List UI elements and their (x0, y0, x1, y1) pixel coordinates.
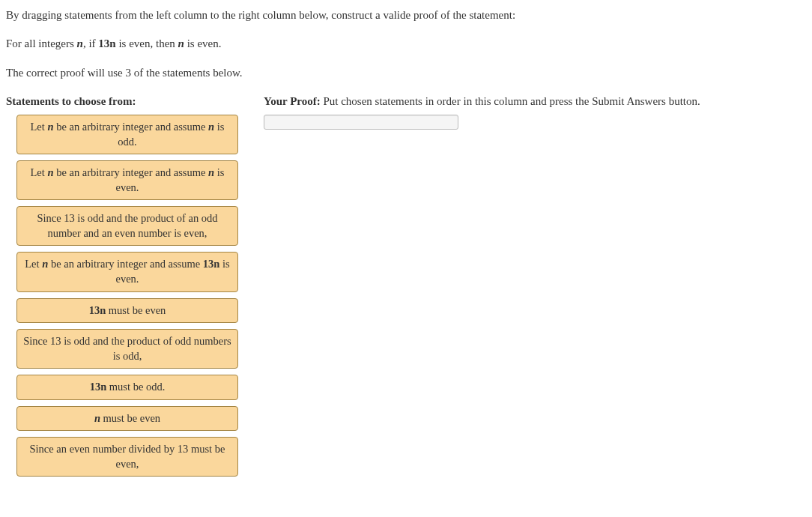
proof-header-rest: Put chosen statements in order in this c… (321, 95, 700, 107)
text: is even. (184, 37, 222, 49)
text: Since 13 is odd and the product of an od… (37, 212, 217, 239)
var: n (47, 121, 53, 133)
text: , if (83, 37, 98, 49)
var-n: n (77, 37, 83, 49)
statement-item[interactable]: n must be even (16, 406, 238, 432)
var-13n: 13n (98, 37, 115, 49)
text: must be odd. (106, 381, 165, 393)
statement-item[interactable]: Since 13 is odd and the product of odd n… (16, 329, 238, 369)
text: Since an even number divided by 13 must … (30, 443, 225, 470)
text: Let (25, 258, 42, 270)
proof-header-bold: Your Proof: (264, 95, 321, 107)
var: n (47, 166, 53, 178)
proof-column-header: Your Proof: Put chosen statements in ord… (264, 94, 806, 109)
statement-item[interactable]: Since an even number divided by 13 must … (16, 437, 238, 477)
proof-dropzone[interactable] (264, 115, 458, 130)
instructions-line-1: By dragging statements from the left col… (6, 7, 806, 22)
var: n (208, 121, 214, 133)
statement-item[interactable]: Let n be an arbitrary integer and assume… (16, 160, 238, 200)
text: must be even (106, 304, 166, 316)
text: is even, then (116, 37, 178, 49)
instructions-line-3: The correct proof will use 3 of the stat… (6, 65, 806, 80)
statement-item[interactable]: Let n be an arbitrary integer and assume… (16, 115, 238, 154)
var: 13n (89, 304, 106, 316)
text: Since 13 is odd and the product of odd n… (23, 335, 231, 362)
text: be an arbitrary integer and assume (54, 166, 209, 178)
source-column-header: Statements to choose from: (6, 94, 246, 109)
statement-item[interactable]: Let n be an arbitrary integer and assume… (16, 252, 238, 291)
instructions-line-2: For all integers n, if 13n is even, then… (6, 36, 806, 51)
text: Let (31, 166, 48, 178)
var: 13n (203, 258, 220, 270)
proof-column: Your Proof: Put chosen statements in ord… (264, 94, 806, 130)
var-n: n (178, 37, 184, 49)
text: be an arbitrary integer and assume (54, 121, 209, 133)
statement-item[interactable]: 13n must be odd. (16, 375, 238, 400)
source-column: Statements to choose from: Let n be an a… (6, 94, 246, 483)
var: n (208, 166, 214, 178)
text: be an arbitrary integer and assume (48, 258, 203, 270)
var: 13n (90, 381, 107, 393)
var: n (94, 412, 100, 424)
statement-item[interactable]: Since 13 is odd and the product of an od… (16, 206, 238, 246)
statements-list: Let n be an arbitrary integer and assume… (6, 115, 246, 477)
columns: Statements to choose from: Let n be an a… (6, 94, 806, 483)
text: For all integers (6, 37, 77, 49)
text: Let (31, 121, 48, 133)
statement-item[interactable]: 13n must be even (16, 298, 238, 324)
text: must be even (100, 412, 160, 424)
